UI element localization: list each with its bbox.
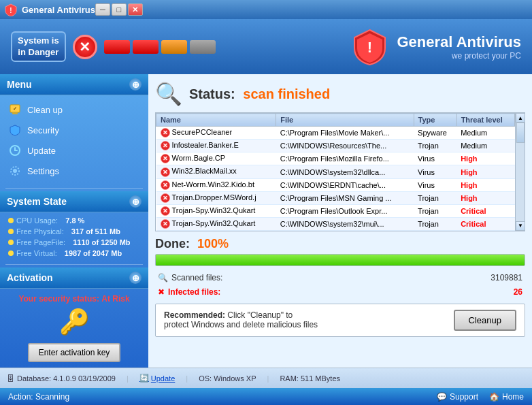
system-state-header: System State ⊕: [0, 191, 148, 212]
threat-level: Medium: [456, 127, 514, 140]
sidebar: Menu ⊕ ✓ Clean up Security: [0, 74, 148, 368]
sidebar-item-settings[interactable]: Settings: [0, 161, 148, 181]
col-threat: Threat level: [456, 114, 514, 127]
threat-name: ✕SecurePCCleaner: [156, 127, 276, 140]
table-row: ✕Trojan-Spy.Win32.QukartC:\Program Files…: [156, 204, 515, 217]
scan-icon: 🔍: [158, 273, 168, 282]
threat-file: C:\Program Files\Movie Maker\...: [276, 127, 414, 140]
free-pagefile-stat: Free PageFile: 1110 of 1250 Mb: [0, 237, 148, 248]
table-row: ✕Trojan-Spy.Win32.QukartC:\WINDOWS\syste…: [156, 217, 515, 230]
sidebar-item-update[interactable]: Update: [0, 140, 148, 161]
update-link[interactable]: 🔄 Update: [139, 374, 175, 383]
system-state-section: CPU Usage: 7.8 % Free Physical: 317 of 5…: [0, 212, 148, 261]
sidebar-item-cleanup[interactable]: ✓ Clean up: [0, 99, 148, 120]
scanned-files-stat: 🔍 Scanned files: 3109881: [155, 272, 525, 284]
threats-table-container: Name File Type Threat level ✕SecurePCCle…: [155, 112, 525, 231]
threat-file: C:\WINDOWS\ERDNT\cache\...: [276, 178, 414, 191]
threat-type: Virus: [414, 152, 456, 165]
table-row: ✕Infostealer.Banker.EC:\WINDOWS\Resource…: [156, 140, 515, 152]
minimize-button[interactable]: ─: [95, 3, 110, 16]
threat-file: C:\WINDOWS\Resources\The...: [276, 140, 414, 152]
update-icon: [8, 144, 22, 157]
threat-bar-3: [161, 40, 187, 54]
infected-files-stat: ✖ Infected files: 26: [155, 286, 525, 298]
threat-level: High: [456, 191, 514, 204]
key-icon: 🔑: [7, 308, 142, 336]
threat-level: High: [456, 152, 514, 165]
svg-text:!: !: [10, 7, 12, 14]
sidebar-item-security[interactable]: Security: [0, 120, 148, 140]
threat-type: Virus: [414, 165, 456, 178]
cleanup-button[interactable]: Cleanup: [454, 310, 516, 331]
infected-icon: ✖: [158, 287, 165, 297]
os-info: OS: Windows XP: [199, 374, 256, 383]
threat-bar-4: [190, 40, 216, 54]
scroll-track: [516, 123, 525, 221]
close-button[interactable]: ✕: [128, 3, 143, 16]
titlebar: ! General Antivirus ─ □ ✕: [0, 0, 532, 19]
threat-name: ✕Net-Worm.Win32.Kido.bt: [156, 178, 276, 191]
settings-icon: [8, 164, 22, 178]
threat-bar-2: [133, 40, 159, 54]
status-bar: 🔍 Status: scan finished: [155, 81, 525, 107]
sidebar-divider-1: [5, 188, 143, 189]
svg-point-6: [13, 169, 17, 173]
activate-button[interactable]: Enter activation key: [28, 343, 121, 362]
threat-file: C:\Program Files\MSN Gaming ...: [276, 191, 414, 204]
threat-type: Trojan: [414, 140, 456, 152]
threat-name: ✕Infostealer.Banker.E: [156, 140, 276, 152]
threat-type: Spyware: [414, 127, 456, 140]
scroll-down-button[interactable]: ▼: [516, 221, 525, 231]
threat-type: Trojan: [414, 217, 456, 230]
done-label: Done: 100%: [155, 237, 525, 251]
table-scrollbar[interactable]: ▲ ▼: [515, 113, 525, 231]
threat-type: Trojan: [414, 204, 456, 217]
activation-collapse-button[interactable]: ⊕: [129, 272, 142, 284]
table-row: ✕Net-Worm.Win32.Kido.btC:\WINDOWS\ERDNT\…: [156, 178, 515, 191]
recommendation: Recommended: Click "Cleanup" toprotect W…: [155, 304, 525, 337]
scroll-thumb[interactable]: [516, 123, 525, 143]
threat-name: ✕Trojan.Dropper.MSWord.j: [156, 191, 276, 204]
threat-type: Trojan: [414, 191, 456, 204]
threat-bars: [104, 40, 216, 54]
brand-shield-icon: !: [351, 28, 388, 65]
svg-rect-3: [12, 112, 18, 114]
content-area: Menu ⊕ ✓ Clean up Security: [0, 74, 532, 368]
bottom-bar: 🗄 Database: 4.1.0.9 03/19/2009 | 🔄 Updat…: [0, 368, 532, 388]
threat-red-icon: ✕: [161, 167, 170, 177]
top-bar: System is in Danger ✕ ! General Antiviru: [0, 19, 532, 74]
threat-name: ✕Win32.BlackMail.xx: [156, 165, 276, 178]
activation-risk: Your security status: At Risk: [7, 294, 142, 304]
threat-file: C:\Program Files\Outlook Expr...: [276, 204, 414, 217]
threat-level: Critical: [456, 217, 514, 230]
threat-level: Medium: [456, 140, 514, 152]
threat-name: ✕Worm.Bagle.CP: [156, 152, 276, 165]
table-row: ✕Worm.Bagle.CPC:\Program Files\Mozilla F…: [156, 152, 515, 165]
threats-table: Name File Type Threat level ✕SecurePCCle…: [156, 113, 515, 231]
free-virtual-stat: Free Virtual: 1987 of 2047 Mb: [0, 248, 148, 259]
threat-level: Critical: [456, 204, 514, 217]
menu-collapse-button[interactable]: ⊕: [129, 78, 142, 91]
threat-red-icon: ✕: [161, 141, 170, 150]
done-section: Done: 100%: [155, 237, 525, 266]
action-bar: Action: Scanning 💬 Support 🏠 Home: [0, 388, 532, 405]
system-state-collapse-button[interactable]: ⊕: [129, 195, 142, 208]
support-button[interactable]: 💬 Support: [437, 392, 478, 402]
table-row: ✕Win32.BlackMail.xxC:\WINDOWS\system32\d…: [156, 165, 515, 178]
col-file: File: [276, 114, 414, 127]
threat-file: C:\WINDOWS\system32\dllca...: [276, 165, 414, 178]
pagefile-dot: [8, 240, 14, 245]
home-button[interactable]: 🏠 Home: [489, 392, 524, 402]
table-row: ✕Trojan.Dropper.MSWord.jC:\Program Files…: [156, 191, 515, 204]
recommendation-text: Recommended: Click "Cleanup" toprotect W…: [164, 310, 318, 329]
threat-file: C:\Program Files\Mozilla Firefo...: [276, 152, 414, 165]
brand-text: General Antivirus we protect your PC: [397, 33, 521, 61]
activation-header: Activation ⊕: [0, 268, 148, 289]
table-row: ✕SecurePCCleanerC:\Program Files\Movie M…: [156, 127, 515, 140]
cleanup-icon: ✓: [8, 103, 22, 116]
col-type: Type: [414, 114, 456, 127]
threat-level: High: [456, 165, 514, 178]
threat-red-icon: ✕: [161, 219, 170, 229]
scroll-up-button[interactable]: ▲: [516, 113, 525, 123]
maximize-button[interactable]: □: [112, 3, 127, 16]
